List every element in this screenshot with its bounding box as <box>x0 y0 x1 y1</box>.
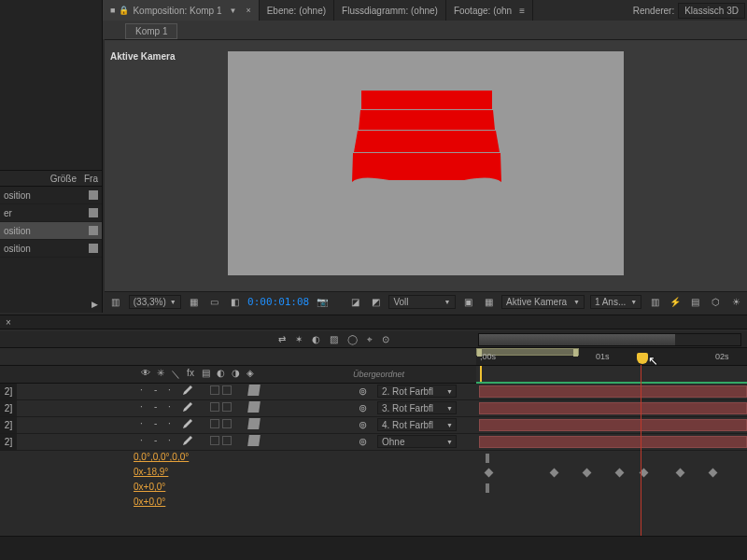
layer-row[interactable]: 2]·-·⊚3. Rot Farbfl <box>0 400 747 417</box>
3d-cube-icon[interactable] <box>247 401 261 413</box>
layer-row[interactable]: 2]·-·⊚2. Rot Farbfl <box>0 384 747 400</box>
flowchart-icon[interactable]: ⬡ <box>709 295 724 310</box>
fast-preview-icon[interactable]: ⚡ <box>668 295 683 310</box>
motion-blur-icon[interactable]: ◐ <box>215 368 226 381</box>
transparency-grid-icon[interactable]: ▦ <box>481 295 496 310</box>
layer-row[interactable]: 2]·-·⊚4. Rot Farbfl <box>0 417 747 434</box>
composition-canvas[interactable] <box>228 51 624 275</box>
eye-toggle[interactable]: · <box>140 401 151 413</box>
pencil-icon[interactable] <box>182 401 193 413</box>
grid-icon[interactable]: ▦ <box>187 295 202 310</box>
shy-toggle[interactable]: - <box>154 385 165 396</box>
keyframe-icon[interactable] <box>486 483 489 493</box>
pixel-aspect-icon[interactable]: ▥ <box>647 295 662 310</box>
solo-toggle[interactable]: · <box>168 401 179 413</box>
roi-icon[interactable]: ▣ <box>461 295 476 310</box>
checkbox[interactable] <box>210 419 219 428</box>
checkbox[interactable] <box>222 436 232 445</box>
scrollbar[interactable] <box>478 333 741 346</box>
eye-icon[interactable]: 👁 <box>140 368 151 381</box>
cti-line[interactable] <box>641 365 641 560</box>
tab-composition[interactable]: ■ 🔒 Komposition: Komp 1 ▼ × <box>103 0 260 21</box>
channel-icon[interactable]: ◩ <box>369 295 384 310</box>
pickwhip-icon[interactable]: ⊚ <box>359 385 367 398</box>
resolution-dropdown[interactable]: Voll▼ <box>388 295 455 309</box>
property-value[interactable]: 0x-18,9° <box>134 467 168 477</box>
renderer-dropdown[interactable]: Klassisch 3D <box>678 3 745 19</box>
auto-keyframe-icon[interactable]: ⊙ <box>382 334 389 344</box>
expand-icon[interactable]: ▶ <box>92 300 98 313</box>
frame-blend-icon[interactable]: ◐ <box>312 334 320 344</box>
parent-dropdown[interactable]: 4. Rot Farbfl <box>377 418 457 431</box>
channel-icon[interactable]: ◪ <box>348 295 363 310</box>
panel-menu-icon[interactable]: ≡ <box>519 6 525 16</box>
solo-toggle[interactable]: · <box>168 435 179 446</box>
layer-row[interactable]: 2]·-·⊚Ohne <box>0 434 747 451</box>
zoom-dropdown[interactable]: (33,3%)▼ <box>129 295 181 309</box>
mask-icon[interactable]: ◧ <box>227 295 242 310</box>
motion-blur-icon[interactable]: ▨ <box>330 334 338 344</box>
close-panel-icon[interactable]: × <box>0 315 17 329</box>
property-row[interactable]: 0,0°,0,0°,0,0° <box>0 451 747 466</box>
3d-cube-icon[interactable] <box>247 385 261 396</box>
pickwhip-icon[interactable]: ⊚ <box>359 419 367 431</box>
pencil-icon[interactable] <box>182 385 193 396</box>
shy-icon[interactable]: ✳ <box>155 368 166 381</box>
layer-bar[interactable] <box>479 419 747 431</box>
keyframe-track[interactable] <box>476 466 747 481</box>
views-count-dropdown[interactable]: 1 Ans...▼ <box>590 295 641 309</box>
snapshot-icon[interactable]: 📷 <box>315 295 330 310</box>
chevron-down-icon[interactable]: ▼ <box>230 7 237 15</box>
layer-bar[interactable] <box>479 385 747 398</box>
shy-icon[interactable]: ⇄ <box>278 334 286 344</box>
shy-toggle[interactable]: - <box>154 418 165 429</box>
eye-toggle[interactable]: · <box>140 435 151 446</box>
layer-bar[interactable] <box>479 402 747 414</box>
keyframe-icon[interactable] <box>583 469 592 478</box>
keyframe-icon[interactable] <box>615 469 625 478</box>
current-time[interactable]: 0:00:01:08 <box>247 296 309 308</box>
3d-icon[interactable]: ◈ <box>245 368 256 381</box>
3d-cube-icon[interactable] <box>247 435 261 446</box>
tab-footage[interactable]: Footage: (ohn≡ <box>446 0 533 21</box>
graph-editor-icon[interactable]: ⌖ <box>367 334 373 345</box>
project-row[interactable]: osition <box>0 240 102 258</box>
pickwhip-icon[interactable]: ⊚ <box>359 402 367 414</box>
keyframe-icon[interactable] <box>550 469 559 478</box>
guides-icon[interactable]: ▭ <box>206 295 221 310</box>
eye-toggle[interactable]: · <box>140 418 151 429</box>
checkbox[interactable] <box>222 402 232 412</box>
solo-toggle[interactable]: · <box>168 385 179 396</box>
checkbox[interactable] <box>210 436 219 445</box>
parent-dropdown[interactable]: Ohne <box>377 435 457 448</box>
layer-bar-track[interactable] <box>476 417 747 433</box>
effects-icon[interactable]: ＼ <box>170 368 181 381</box>
layer-bar[interactable] <box>479 436 747 448</box>
project-row[interactable]: osition <box>0 222 102 240</box>
adjustment-icon[interactable]: ◑ <box>230 368 241 381</box>
property-row[interactable]: 0x+0,0° <box>0 481 747 496</box>
pickwhip-icon[interactable]: ⊚ <box>359 436 367 448</box>
fx-icon[interactable]: fx <box>185 368 196 381</box>
parent-dropdown[interactable]: 2. Rot Farbfl <box>377 385 457 398</box>
time-ruler[interactable]: ;00s 01s 02s ↖ <box>476 348 747 365</box>
pencil-icon[interactable] <box>182 418 193 429</box>
close-icon[interactable]: × <box>246 6 250 15</box>
property-value[interactable]: 0x+0,0° <box>134 482 165 492</box>
keyframe-icon[interactable] <box>709 469 718 478</box>
always-preview-icon[interactable]: ▥ <box>108 295 123 310</box>
brainstorm-icon[interactable]: ◯ <box>347 334 358 344</box>
cti-head[interactable] <box>637 353 648 364</box>
keyframe-track[interactable] <box>476 481 747 496</box>
keyframe-icon[interactable] <box>485 469 494 478</box>
view-dropdown[interactable]: Aktive Kamera▼ <box>501 295 585 309</box>
star-icon[interactable]: ✶ <box>295 334 303 344</box>
scrollbar-thumb[interactable] <box>479 334 675 345</box>
property-value[interactable]: 0,0°,0,0°,0,0° <box>134 452 189 462</box>
checkbox[interactable] <box>222 419 232 428</box>
pencil-icon[interactable] <box>182 435 193 446</box>
property-value[interactable]: 0x+0,0° <box>134 497 165 507</box>
3d-cube-icon[interactable] <box>247 418 261 429</box>
layer-bar-track[interactable] <box>476 384 747 399</box>
keyframe-track[interactable] <box>476 496 747 511</box>
